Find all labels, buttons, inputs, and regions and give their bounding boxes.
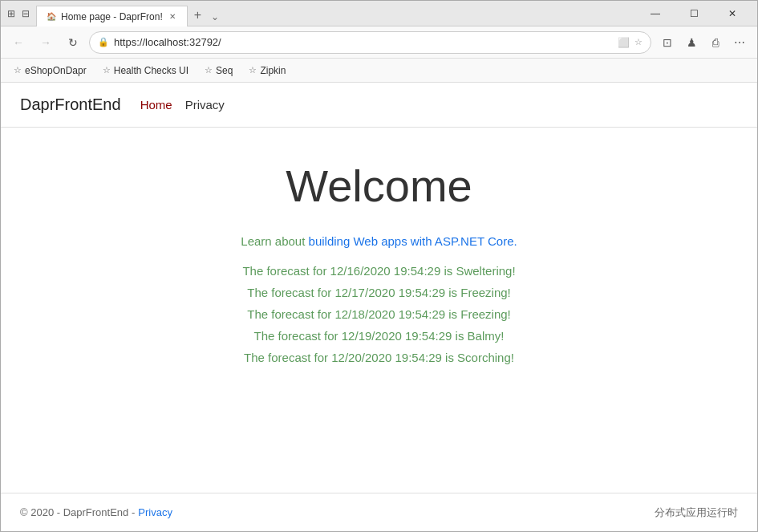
- app-footer: © 2020 - DaprFrontEnd - Privacy 分布式应用运行时: [1, 493, 757, 531]
- url-bar[interactable]: 🔒 https://localhost:32792/ ⬜ ☆: [89, 31, 651, 54]
- footer-right: 分布式应用运行时: [655, 506, 738, 520]
- welcome-title: Welcome: [286, 160, 472, 212]
- forecast-item-1: The forecast for 12/17/2020 19:54:29 is …: [247, 286, 511, 299]
- tab-list-chevron[interactable]: ⌄: [208, 8, 222, 26]
- new-tab-button[interactable]: +: [188, 5, 208, 26]
- back-button[interactable]: ←: [7, 31, 30, 54]
- url-text[interactable]: https://localhost:32792/: [114, 36, 613, 48]
- forecast-item-0: The forecast for 12/16/2020 19:54:29 is …: [242, 264, 515, 278]
- app-brand[interactable]: DaprFrontEnd: [20, 95, 121, 114]
- nav-privacy-link[interactable]: Privacy: [185, 98, 225, 112]
- bookmarks-bar: ☆ eShopOnDapr ☆ Health Checks UI ☆ Seq ☆…: [1, 59, 757, 83]
- bookmark-zipkin[interactable]: ☆ Zipkin: [242, 63, 292, 79]
- tab-label: Home page - DaprFron!: [61, 11, 163, 22]
- bookmark-star-icon: ☆: [14, 65, 22, 75]
- forward-button[interactable]: →: [34, 31, 57, 54]
- browser-window: ⊞ ⊟ 🏠 Home page - DaprFron! ✕ + ⌄ — ☐ ✕ …: [0, 0, 758, 532]
- bookmark-label: eShopOnDapr: [25, 65, 87, 76]
- bookmark-seq[interactable]: ☆ Seq: [198, 63, 239, 79]
- tab-bar: 🏠 Home page - DaprFron! ✕ + ⌄: [36, 1, 630, 26]
- bookmark-star-icon-2: ☆: [103, 65, 111, 75]
- footer-privacy-link[interactable]: Privacy: [138, 506, 172, 518]
- profile-button[interactable]: ♟: [680, 31, 703, 54]
- aspnet-core-link[interactable]: building Web apps with ASP.NET Core.: [309, 234, 517, 248]
- lock-icon: 🔒: [98, 37, 109, 47]
- bookmark-icon[interactable]: ☆: [634, 37, 642, 47]
- more-button[interactable]: ⋯: [728, 31, 751, 54]
- bookmark-star-icon-3: ☆: [205, 65, 213, 75]
- footer-left: © 2020 - DaprFrontEnd - Privacy: [20, 506, 172, 518]
- tab-close-button[interactable]: ✕: [168, 10, 177, 22]
- main-content: Welcome Learn about building Web apps wi…: [1, 128, 757, 493]
- forecast-item-2: The forecast for 12/18/2020 19:54:29 is …: [247, 307, 511, 321]
- bookmark-label-health: Health Checks UI: [114, 65, 188, 76]
- tab-favicon: 🏠: [47, 12, 56, 21]
- extensions-button[interactable]: ⊡: [656, 31, 679, 54]
- maximize-button[interactable]: ☐: [675, 1, 712, 26]
- close-button[interactable]: ✕: [714, 1, 751, 26]
- minimize-button[interactable]: —: [637, 1, 674, 26]
- title-bar: ⊞ ⊟ 🏠 Home page - DaprFron! ✕ + ⌄ — ☐ ✕: [1, 1, 757, 26]
- refresh-button[interactable]: ↻: [62, 31, 84, 54]
- active-tab[interactable]: 🏠 Home page - DaprFron! ✕: [36, 6, 188, 26]
- subtitle-text: Learn about building Web apps with ASP.N…: [241, 234, 517, 248]
- toolbar-icons: ⊡ ♟ ⎙ ⋯: [656, 31, 751, 54]
- app-nav-links: Home Privacy: [140, 98, 225, 112]
- screen-cast-icon: ⬜: [618, 37, 630, 48]
- footer-copyright: © 2020 - DaprFrontEnd -: [20, 506, 135, 518]
- app-navbar: DaprFrontEnd Home Privacy: [1, 83, 757, 128]
- page-content: DaprFrontEnd Home Privacy Welcome Learn …: [1, 83, 757, 531]
- title-bar-controls: — ☐ ✕: [637, 1, 751, 26]
- forecast-item-4: The forecast for 12/20/2020 19:54:29 is …: [244, 351, 514, 364]
- window-icon: ⊞: [7, 8, 15, 19]
- nav-home-link[interactable]: Home: [140, 98, 172, 112]
- bookmark-health-checks-ui[interactable]: ☆ Health Checks UI: [96, 63, 195, 79]
- address-bar: ← → ↻ 🔒 https://localhost:32792/ ⬜ ☆ ⊡ ♟…: [1, 26, 757, 59]
- bookmark-label-zipkin: Zipkin: [260, 65, 286, 76]
- bookmark-star-icon-4: ☆: [249, 65, 257, 75]
- forecast-item-3: The forecast for 12/19/2020 19:54:29 is …: [254, 329, 505, 343]
- share-button[interactable]: ⎙: [704, 31, 727, 54]
- bookmark-eshopOndapr[interactable]: ☆ eShopOnDapr: [7, 63, 93, 79]
- window-controls: ⊞ ⊟: [7, 8, 30, 19]
- window-icon2: ⊟: [22, 8, 30, 19]
- bookmark-label-seq: Seq: [216, 65, 233, 76]
- subtitle-prefix: Learn about: [241, 234, 308, 248]
